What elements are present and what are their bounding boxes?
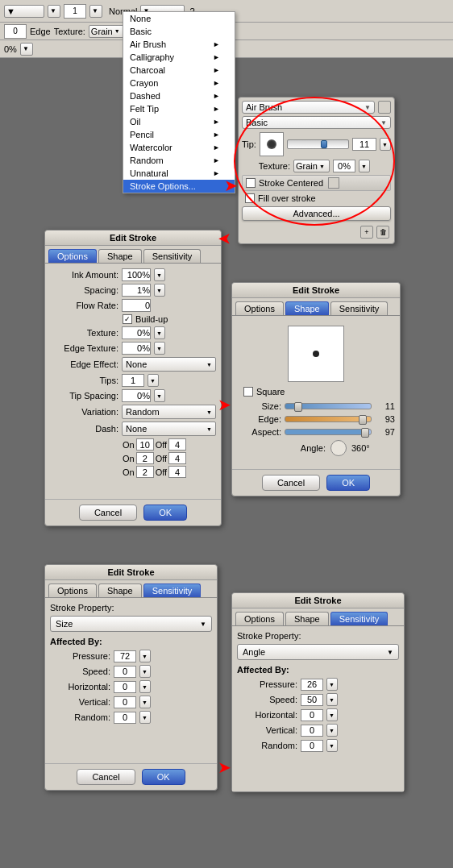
horiz-select-left[interactable]: ▼ — [139, 680, 151, 693]
vert-input-left[interactable] — [114, 696, 136, 708]
options-cancel-btn[interactable]: Cancel — [79, 505, 137, 521]
basic-select[interactable]: Basic ▼ — [242, 116, 391, 129]
texture-input[interactable] — [122, 326, 151, 339]
pressure-input-right[interactable] — [301, 679, 323, 691]
menu-item-basic[interactable]: Basic — [123, 25, 235, 38]
sens-left-ok-btn[interactable]: OK — [142, 769, 185, 785]
speed-input-right[interactable] — [301, 694, 323, 706]
ink-amount-select[interactable]: ▼ — [154, 268, 165, 281]
random-select-left[interactable]: ▼ — [139, 711, 151, 724]
stroke-prop-select[interactable]: Size ▼ — [50, 616, 212, 632]
texture-select[interactable]: Grain ▼ — [89, 25, 125, 38]
tips-input[interactable] — [122, 374, 144, 387]
tip-spacing-select[interactable]: ▼ — [154, 389, 165, 402]
tab-shape[interactable]: Shape — [98, 249, 142, 263]
edge-texture-input[interactable] — [122, 342, 151, 355]
advanced-button[interactable]: Advanced... — [242, 206, 391, 221]
dash-select[interactable]: None ▼ — [122, 422, 216, 436]
shape-tab-options[interactable]: Options — [235, 301, 284, 315]
dash-off1[interactable] — [168, 438, 186, 451]
menu-item-crayon[interactable]: Crayon ► — [123, 77, 235, 89]
brush-size-select[interactable]: ▼ — [48, 5, 60, 18]
pct-select[interactable]: ▼ — [20, 43, 33, 56]
spacing-select[interactable]: ▼ — [154, 284, 165, 297]
pressure-input-left[interactable] — [114, 650, 136, 662]
menu-item-charcoal[interactable]: Charcoal ► — [123, 64, 235, 77]
brush-options-btn[interactable] — [378, 101, 391, 114]
dash-on2[interactable] — [136, 452, 154, 464]
vert-input-right[interactable] — [301, 725, 323, 737]
variation-select[interactable]: Random ▼ — [122, 405, 216, 419]
pressure-select-right[interactable]: ▼ — [326, 678, 338, 691]
sens-left-tab-sensitivity[interactable]: Sensitivity — [143, 584, 202, 597]
stroke-prop-select-right[interactable]: Angle ▼ — [237, 644, 399, 660]
menu-item-calligraphy[interactable]: Calligraphy ► — [123, 51, 235, 64]
shape-ok-btn[interactable]: OK — [326, 475, 370, 491]
horiz-select-right[interactable]: ▼ — [326, 708, 338, 721]
texture-pct-arrow[interactable]: ▼ — [359, 160, 370, 172]
speed-select-right[interactable]: ▼ — [326, 693, 338, 706]
tip-spacing-input[interactable] — [122, 389, 151, 402]
dash-off2[interactable] — [168, 452, 186, 464]
menu-item-random[interactable]: Random ► — [123, 154, 235, 167]
horiz-input-left[interactable] — [114, 681, 136, 693]
airbrush-select[interactable]: Air Brush ▼ — [242, 101, 375, 114]
menu-item-felttip[interactable]: Felt Tip ► — [123, 102, 235, 115]
panel-delete-icon[interactable]: 🗑 — [376, 226, 389, 239]
speed-input-left[interactable] — [114, 666, 136, 678]
texture-pct-input[interactable]: 0% — [333, 160, 355, 172]
square-checkbox[interactable] — [243, 387, 253, 397]
brush-type-select[interactable]: ▼ — [4, 5, 44, 18]
tab-options[interactable]: Options — [48, 249, 97, 263]
tips-select[interactable]: ▼ — [148, 374, 159, 387]
random-input-right[interactable] — [301, 740, 323, 752]
panel-copy-icon[interactable]: + — [360, 226, 373, 239]
size-slider[interactable] — [285, 403, 372, 409]
shape-tab-sensitivity[interactable]: Sensitivity — [330, 301, 389, 315]
menu-item-airbrush[interactable]: Air Brush ► — [123, 38, 235, 51]
sens-right-tab-sensitivity[interactable]: Sensitivity — [330, 612, 389, 625]
ink-amount-input[interactable] — [122, 268, 151, 281]
fill-stroke-checkbox[interactable] — [245, 193, 255, 203]
sens-right-tab-shape[interactable]: Shape — [285, 612, 329, 625]
size-arrow-select[interactable]: ▼ — [89, 5, 102, 18]
sens-right-tab-options[interactable]: Options — [235, 612, 284, 625]
sens-left-tab-shape[interactable]: Shape — [98, 584, 142, 597]
pressure-select-left[interactable]: ▼ — [139, 650, 151, 662]
speed-select-left[interactable]: ▼ — [139, 665, 151, 678]
shape-tab-shape[interactable]: Shape — [285, 301, 329, 315]
aspect-slider[interactable] — [285, 429, 372, 435]
menu-item-stroke-options[interactable]: Stroke Options... — [123, 180, 235, 193]
menu-item-none[interactable]: None — [123, 12, 235, 25]
menu-item-unnatural[interactable]: Unnatural ► — [123, 167, 235, 180]
sens-left-cancel-btn[interactable]: Cancel — [77, 769, 135, 785]
options-ok-btn[interactable]: OK — [143, 505, 187, 521]
edge-effect-select[interactable]: None ▼ — [122, 357, 216, 372]
tip-size-slider[interactable] — [287, 139, 349, 149]
edge-texture-select[interactable]: ▼ — [154, 342, 165, 355]
texture-select2[interactable]: ▼ — [154, 326, 165, 339]
dash-off3[interactable] — [168, 466, 186, 478]
size-input[interactable]: 1 — [64, 4, 86, 19]
spacing-input[interactable] — [122, 284, 151, 297]
random-input-left[interactable] — [114, 712, 136, 724]
vert-select-right[interactable]: ▼ — [326, 724, 338, 737]
dash-on3[interactable] — [136, 466, 154, 478]
angle-dial[interactable] — [330, 440, 347, 456]
stroke-centered-checkbox[interactable] — [246, 178, 256, 188]
buildup-checkbox[interactable]: ✓ — [123, 314, 132, 324]
random-select-right[interactable]: ▼ — [326, 739, 338, 752]
flow-rate-input[interactable] — [122, 299, 151, 312]
tip-size-arrow[interactable]: ▼ — [380, 138, 391, 151]
tab-sensitivity[interactable]: Sensitivity — [143, 249, 202, 263]
value2-input[interactable]: 0 — [4, 24, 27, 39]
texture-val-select[interactable]: Grain ▼ — [293, 160, 330, 172]
menu-item-watercolor[interactable]: Watercolor ► — [123, 141, 235, 154]
shape-cancel-btn[interactable]: Cancel — [262, 475, 320, 491]
menu-item-oil[interactable]: Oil ► — [123, 115, 235, 128]
horiz-input-right[interactable] — [301, 709, 323, 721]
menu-item-pencil[interactable]: Pencil ► — [123, 128, 235, 141]
menu-item-dashed[interactable]: Dashed ► — [123, 89, 235, 102]
tip-size-input[interactable]: 11 — [352, 138, 376, 151]
vert-select-left[interactable]: ▼ — [139, 696, 151, 708]
